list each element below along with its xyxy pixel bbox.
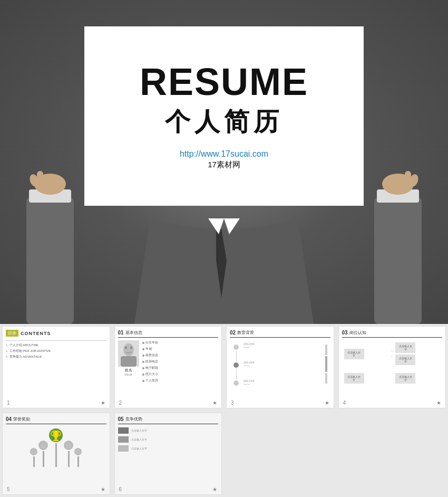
list-item: 点击输入文字 bbox=[118, 427, 219, 434]
slide-num: 05 bbox=[118, 416, 124, 422]
list-item: 点击输入文字 bbox=[118, 445, 219, 452]
svg-point-12 bbox=[125, 347, 127, 349]
thumbnail-2[interactable]: 01 基本信息 bbox=[114, 326, 222, 408]
thumb-star: ★ bbox=[212, 400, 217, 406]
slide-title: 基本信息 bbox=[125, 330, 142, 336]
right-arm bbox=[358, 102, 427, 324]
list-item: 籍贯信息 bbox=[142, 353, 219, 358]
thumbnail-3[interactable]: 02 教育背景 2XX-2XX━━━━ bbox=[226, 326, 334, 408]
flow-item: 点击输入文字 bbox=[344, 373, 364, 384]
list-item: 1. 个人介绍 ABOUTME bbox=[6, 342, 106, 348]
thumb-number: 1 bbox=[7, 400, 10, 406]
website-url: http://www.17sucai.com bbox=[180, 149, 268, 159]
list-item: 年 龄 bbox=[142, 347, 219, 351]
flow-diagram: 点击输入文字 → ← 点击输入文字 点击输入文字 点击输入文字 点击输入文字 bbox=[342, 340, 443, 391]
thumb-star: ★ bbox=[101, 400, 105, 406]
svg-rect-5 bbox=[374, 197, 422, 324]
thumbnail-6[interactable]: 05 竞争优势 点击输入文字 点击输入文字 点击输入文字 bbox=[114, 413, 222, 495]
svg-rect-14 bbox=[121, 356, 137, 367]
list-item: 出生年份 bbox=[142, 340, 219, 345]
sign-paper: RESUME 个人简历 http://www.17sucai.com 17素材网 bbox=[84, 26, 364, 206]
list-item: 点击输入文字 bbox=[118, 436, 219, 443]
thumbnails-row-1: 目录 CONTENTS 1. 个人介绍 ABOUTME 1. 工作经验 PER … bbox=[0, 324, 448, 410]
honor-item bbox=[38, 441, 48, 467]
svg-rect-17 bbox=[55, 438, 57, 440]
slide-title: 竞争优势 bbox=[125, 416, 142, 422]
svg-marker-19 bbox=[64, 441, 73, 450]
timeline-bars bbox=[324, 342, 328, 386]
list-item: 联系电话 bbox=[142, 359, 219, 364]
list-item: 2. 竞争能力 ADVANTAGE bbox=[6, 354, 106, 360]
slide-title: 教育背景 bbox=[237, 330, 254, 336]
thumb-number: 3 bbox=[231, 400, 234, 406]
slide-title: 岗位认知 bbox=[349, 330, 366, 336]
avatar bbox=[118, 340, 139, 367]
thumbnails-strip: 目录 CONTENTS 1. 个人介绍 ABOUTME 1. 工作经验 PER … bbox=[0, 324, 448, 497]
thumb-star: ★ bbox=[436, 400, 441, 406]
honor-item bbox=[64, 441, 73, 467]
trophy-item bbox=[49, 428, 63, 467]
svg-marker-20 bbox=[75, 448, 81, 455]
svg-marker-16 bbox=[39, 441, 47, 450]
timeline-icons bbox=[232, 342, 240, 386]
thumb-number: 6 bbox=[119, 486, 122, 492]
honor-item bbox=[30, 448, 37, 467]
timeline: 2XX-2XX━━━━ 2XX-2XX━━━━ 2XX-2XX━━━━ bbox=[230, 340, 330, 388]
slide-title: 荣誉奖励 bbox=[13, 416, 30, 422]
slide-num: 01 bbox=[118, 330, 124, 336]
slide-num: 03 bbox=[342, 330, 348, 336]
right-boxes: 点击输入文字 点击输入文字 bbox=[395, 342, 440, 365]
left-arm bbox=[21, 102, 90, 324]
list-item: 电子邮箱 bbox=[142, 366, 219, 370]
thumb-number: 5 bbox=[7, 486, 10, 492]
flow-item: 点击输入文字 bbox=[395, 373, 415, 384]
list-item: 个人简历 bbox=[142, 378, 219, 383]
slide-num: 04 bbox=[6, 416, 12, 422]
thumbnails-row-2: 04 荣誉奖励 bbox=[0, 410, 448, 497]
suit-body bbox=[134, 218, 314, 324]
site-name: 17素材网 bbox=[208, 160, 240, 170]
center-arrows: → ← bbox=[390, 349, 394, 358]
slide-num: 02 bbox=[230, 330, 236, 336]
thumb-star: ★ bbox=[325, 400, 329, 406]
thumbnail-4[interactable]: 03 岗位认知 点击输入文字 → ← 点击输入文字 点击输入文字 点击输入文字 bbox=[338, 326, 446, 408]
contents-title: CONTENTS bbox=[21, 331, 51, 336]
svg-marker-15 bbox=[31, 448, 37, 455]
timeline-labels: 2XX-2XX━━━━ 2XX-2XX━━━━ 2XX-2XX━━━━ bbox=[244, 342, 321, 386]
contents-tag: 目录 bbox=[6, 330, 18, 337]
honors-icons bbox=[6, 428, 106, 467]
flow-item: 点击输入文字 bbox=[395, 355, 415, 365]
thumb-star: ★ bbox=[212, 486, 217, 492]
resume-title-cn: 个人简历 bbox=[165, 105, 283, 139]
svg-rect-0 bbox=[26, 197, 74, 324]
contents-items: 1. 个人介绍 ABOUTME 1. 工作经验 PER JOB ADNTIVE … bbox=[6, 342, 106, 359]
person-role: 求职者 bbox=[124, 373, 132, 376]
flow-item: 点击输入文字 bbox=[344, 349, 364, 359]
thumbnail-5[interactable]: 04 荣誉奖励 bbox=[2, 413, 110, 495]
person-name: 姓名 bbox=[125, 368, 132, 373]
thumb-number: 2 bbox=[119, 400, 122, 406]
honor-item bbox=[74, 448, 82, 467]
svg-rect-18 bbox=[53, 440, 59, 441]
list-item: 照片大小 bbox=[142, 372, 219, 377]
resume-title-en: RESUME bbox=[140, 63, 308, 101]
flow-item: 点击输入文字 bbox=[395, 342, 415, 353]
svg-point-13 bbox=[130, 347, 132, 349]
info-fields: 出生年份 年 龄 籍贯信息 联系电话 电子邮箱 照片大小 个人简历 bbox=[142, 340, 219, 405]
thumb-star: ★ bbox=[101, 486, 105, 492]
svg-point-11 bbox=[123, 343, 134, 356]
main-slide: RESUME 个人简历 http://www.17sucai.com 17素材网 bbox=[0, 0, 448, 324]
thumbnail-1[interactable]: 目录 CONTENTS 1. 个人介绍 ABOUTME 1. 工作经验 PER … bbox=[2, 326, 110, 408]
competitive-items: 点击输入文字 点击输入文字 点击输入文字 bbox=[118, 427, 219, 452]
divider bbox=[6, 340, 106, 341]
list-item: 1. 工作经验 PER JOB ADNTIVE bbox=[6, 348, 106, 354]
thumb-number: 4 bbox=[343, 400, 346, 406]
